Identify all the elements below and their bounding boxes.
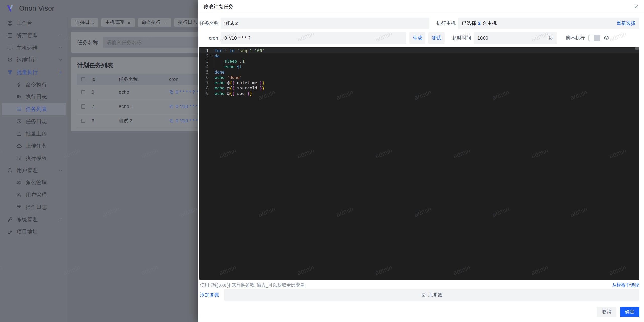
line-number: 8 (199, 85, 209, 91)
sidebar-item-batch-exec[interactable]: 批量执行 (2, 66, 66, 79)
sidebar-item-label: 主机运维 (17, 44, 58, 51)
code-text: echo @{{ sourceId }} (215, 85, 639, 91)
sidebar-item-label: 执行日志 (26, 93, 63, 100)
command-icon (16, 82, 22, 87)
cron-value: 0 */10 * * * ? (224, 35, 251, 41)
sidebar-item-system-mgmt[interactable]: 系统管理 (2, 213, 66, 226)
app-logo-icon (6, 3, 16, 13)
sidebar-item-exec-log[interactable]: 执行日志 (2, 91, 66, 103)
edit-task-drawer: 修改计划任务 任务名称 测试 2 执行主机 已选择 2 台主机 重新选择 cro… (198, 0, 644, 322)
tab-命令执行[interactable]: 命令执行 (138, 18, 171, 27)
row-checkbox[interactable] (81, 119, 85, 123)
editor-scrollbar-thumb[interactable] (635, 47, 639, 50)
fold-gutter (209, 85, 215, 91)
task-name-input[interactable]: 测试 2 (221, 18, 429, 29)
chevron-down-icon (58, 46, 63, 50)
close-icon[interactable] (633, 4, 639, 9)
fold-chevron-icon[interactable] (209, 53, 215, 59)
sidebar-item-user-mgmt[interactable]: 用户管理 (2, 164, 66, 176)
code-text: echo @{{ seq }} (215, 91, 639, 96)
task-name-value: 测试 2 (224, 20, 238, 27)
task-name-label: 任务名称 (199, 20, 218, 27)
add-param-button[interactable]: 添加参数 (200, 292, 219, 298)
confirm-button[interactable]: 确定 (620, 307, 639, 317)
sidebar-item-role-mgmt[interactable]: 角色管理 (2, 176, 66, 189)
cancel-button[interactable]: 取消 (597, 307, 616, 317)
task-name-filter-input[interactable]: 请输入任务名称 (103, 37, 199, 48)
empty-icon (421, 292, 426, 297)
sidebar-item-label: 批量上传 (26, 130, 63, 137)
tab-连接日志[interactable]: 连接日志 (71, 18, 98, 27)
sidebar-item-label: 用户管理 (17, 167, 58, 174)
sidebar: 工作台 资产管理 主机运维 运维审计 批量执行 命令执行 执行日志 任务列表 任 (0, 17, 68, 322)
cron-input[interactable]: 0 */10 * * * ? (221, 32, 406, 44)
sidebar-item-label: 批量执行 (17, 69, 58, 76)
col-id: id (92, 77, 119, 82)
copy-icon[interactable] (169, 90, 174, 94)
sidebar-item-label: 任务日志 (26, 118, 63, 125)
line-number: 6 (199, 75, 209, 80)
line-number: 9 (199, 91, 209, 96)
host-selected-count: 2 (478, 21, 481, 26)
select-from-template-link[interactable]: 从模板中选择 (612, 282, 639, 288)
cron-text[interactable]: 0 */10 * * * ? (176, 104, 202, 109)
code-text: echo 'done' (215, 75, 639, 80)
exec-log-icon (16, 94, 22, 100)
sidebar-item-command-exec[interactable]: 命令执行 (2, 78, 66, 91)
host-selected-prefix: 已选择 (462, 20, 476, 27)
sidebar-item-project-link[interactable]: 项目地址 (2, 226, 66, 238)
help-icon[interactable] (603, 35, 609, 41)
sidebar-item-exec-template[interactable]: 执行模板 (2, 152, 66, 164)
fold-gutter (209, 48, 215, 53)
task-list-icon (16, 106, 22, 112)
row-checkbox[interactable] (81, 90, 85, 94)
timeout-value: 1000 (477, 35, 488, 41)
sidebar-item-label: 运维审计 (17, 56, 58, 63)
sidebar-item-ops-audit[interactable]: 运维审计 (2, 54, 66, 66)
code-line: 4 echo $i (199, 64, 639, 69)
test-cron-button[interactable]: 测试 (428, 32, 445, 44)
cell-name: echo (119, 89, 169, 95)
sidebar-item-batch-upload[interactable]: 批量上传 (2, 127, 66, 140)
sidebar-item-label: 角色管理 (26, 179, 63, 186)
sidebar-item-op-log[interactable]: 操作日志 (2, 201, 66, 213)
sidebar-item-workbench[interactable]: 工作台 (2, 17, 66, 29)
sidebar-item-task-log[interactable]: 任务日志 (2, 115, 66, 128)
reselect-hosts-link[interactable]: 重新选择 (616, 20, 635, 27)
sidebar-item-host-ops[interactable]: 主机运维 (2, 42, 66, 54)
task-log-icon (16, 118, 22, 124)
sidebar-item-label: 工作台 (17, 20, 63, 27)
fold-gutter (209, 59, 215, 64)
sidebar-item-user-mgmt-sub[interactable]: 用户管理 (2, 189, 66, 201)
sidebar-item-label: 上传任务 (26, 142, 63, 149)
tab-主机管理[interactable]: 主机管理 (101, 18, 135, 27)
tab-close-icon[interactable] (164, 21, 167, 24)
copy-icon[interactable] (169, 119, 174, 123)
generate-cron-button[interactable]: 生成 (409, 32, 425, 44)
row-checkbox[interactable] (81, 104, 85, 109)
select-all-checkbox[interactable] (81, 77, 85, 81)
code-text: sleep .1 (215, 59, 639, 64)
code-text: echo @{{ datetime }} (215, 80, 639, 85)
toggle-knob (589, 35, 594, 41)
sidebar-item-label: 系统管理 (17, 216, 58, 223)
cron-text[interactable]: 0 */10 * * * ? (176, 118, 202, 124)
copy-icon[interactable] (169, 104, 174, 109)
sidebar-item-asset-mgmt[interactable]: 资产管理 (2, 29, 66, 42)
code-line: 6 echo 'done' (199, 75, 639, 80)
cron-text[interactable]: 0 * * * * ? * (176, 89, 198, 95)
script-code-editor[interactable]: 1 for i in `seq 1 100` 2 do 3 sleep .1 4… (199, 47, 639, 280)
sidebar-item-label: 资产管理 (17, 32, 58, 39)
system-icon (7, 217, 13, 222)
timeout-input[interactable]: 1000 秒 (474, 32, 557, 44)
line-number: 7 (199, 80, 209, 85)
audit-icon (7, 57, 13, 63)
tab-close-icon[interactable] (127, 21, 131, 24)
exec-host-field[interactable]: 已选择 2 台主机 重新选择 (458, 18, 639, 29)
sidebar-item-task-list[interactable]: 任务列表 (2, 103, 66, 115)
sidebar-item-label: 项目地址 (17, 228, 63, 235)
script-exec-toggle[interactable] (588, 35, 600, 41)
op-log-icon (16, 204, 22, 210)
cell-name: echo 1 (119, 104, 169, 109)
sidebar-item-upload-task[interactable]: 上传任务 (2, 140, 66, 152)
